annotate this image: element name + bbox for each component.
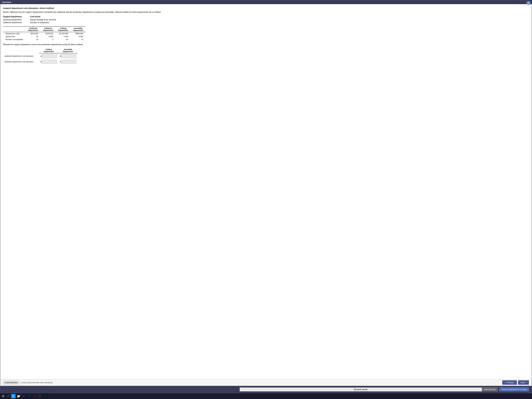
col-header-assembly: AssemblyDepartment: [71, 26, 86, 32]
bottom-bar: Check My Work 0 more Check My Work uses …: [0, 379, 532, 386]
taskbar-edge-icon[interactable]: e: [11, 394, 16, 398]
cell-caf-emp: 3: [41, 38, 56, 41]
table-row: Department costs $310,000 $169,000 $1,50…: [3, 32, 86, 35]
cafeteria-dept-label: Cafeteria Department: [3, 21, 30, 24]
cell-asm-cost: $680,000: [71, 32, 86, 35]
next-button[interactable]: Next ›: [518, 380, 529, 385]
janitorial-assembly-input[interactable]: [61, 54, 76, 58]
alloc-col-cutting: CuttingDepartment: [39, 48, 58, 53]
previous-button[interactable]: ‹ Previous: [502, 380, 517, 385]
next-label: Next: [521, 381, 525, 384]
col-header-janitorial: JanitorialDepartment: [26, 26, 41, 32]
chevron-right-icon: ›: [526, 381, 526, 384]
row-label-dept-costs: Department costs: [3, 32, 26, 35]
row-label-sqft: Square feet: [3, 35, 26, 38]
windows-start-icon[interactable]: ⊞: [1, 394, 5, 398]
dollar-sign-caf-asm: $: [60, 61, 61, 63]
cell-asm-sqft: 4,000: [71, 35, 86, 38]
cafeteria-alloc-label: Cafeteria Department cost allocation: [3, 59, 39, 64]
janitorial-dept-label: Janitorial Department: [3, 18, 30, 21]
page-title: Support department cost allocation—direc…: [3, 7, 528, 9]
col-header-cafeteria: CafeteriaDepartment: [41, 26, 56, 32]
janitorial-assembly-cell: $: [58, 53, 78, 59]
cafeteria-driver: Number of employees: [30, 21, 64, 24]
support-dept-header: Support Department: [3, 16, 30, 18]
table-row: Cafeteria Department cost allocation $ $: [3, 59, 78, 64]
data-table: JanitorialDepartment CafeteriaDepartment…: [3, 26, 86, 41]
instruction-text: Allocate the support department costs to…: [3, 43, 528, 46]
janitorial-driver: Square footage to be serviced: [30, 18, 64, 21]
allocation-table: CuttingDepartment AssemblyDepartment Jan…: [3, 48, 78, 64]
cell-jan-emp: 10: [26, 38, 41, 41]
check-work-button[interactable]: Check My Work: [3, 381, 19, 385]
taskbar-folder-icon[interactable]: 📁: [16, 394, 21, 398]
col-header-cutting: CuttingDepartment: [56, 26, 71, 32]
cost-driver-header: Cost Driver: [30, 16, 64, 18]
table-row: Number of employees 10 3 30 10: [3, 38, 86, 41]
cafeteria-assembly-input[interactable]: [61, 60, 76, 63]
cafeteria-cutting-input[interactable]: [42, 60, 57, 63]
taskbar-grid-icon[interactable]: ⌝: [27, 394, 31, 398]
cell-jan-cost: $310,000: [26, 32, 41, 35]
cell-caf-sqft: 5,000: [41, 35, 56, 38]
top-bar: Calculator ?: [0, 0, 532, 4]
taskbar-mail-icon[interactable]: ✉: [22, 394, 26, 398]
taskbar: ⊞ ☍ e 📁 ✉ ⌝ N ◯: [0, 393, 532, 399]
dollar-sign-jan-asm: $: [60, 55, 61, 57]
all-work-saved: All work saved.: [240, 387, 482, 391]
submit-button[interactable]: Submit Assignment for Grading: [499, 387, 529, 392]
check-work-status: 0 more Check My Work uses remaining.: [21, 381, 53, 384]
main-window: Calculator ? Support department cost all…: [0, 0, 532, 393]
taskbar-chrome-icon[interactable]: ◯: [38, 394, 42, 398]
list-item: Janitorial Department Square footage to …: [3, 18, 64, 21]
intro-text: Becker Tabletops has two support departm…: [3, 11, 528, 13]
table-row: Square feet 50 5,000 1,000 4,000: [3, 35, 86, 38]
nav-buttons: ‹ Previous Next ›: [502, 380, 529, 385]
cell-cut-cost: $1,504,000: [56, 32, 71, 35]
janitorial-cutting-input[interactable]: [42, 54, 57, 58]
taskbar-search-icon[interactable]: ☍: [6, 394, 10, 398]
table-row: Janitorial Department cost allocation $ …: [3, 53, 78, 59]
content-area: Support department cost allocation—direc…: [0, 4, 532, 379]
cafeteria-assembly-cell: $: [58, 59, 78, 64]
save-exit-button[interactable]: Save and Exit: [482, 387, 498, 392]
chevron-left-icon: ‹: [505, 381, 506, 384]
cell-cut-emp: 30: [56, 38, 71, 41]
footer-buttons: Save and Exit Submit Assignment for Grad…: [482, 387, 529, 392]
footer-bar: All work saved. Save and Exit Submit Ass…: [0, 386, 532, 393]
cell-cut-sqft: 1,000: [56, 35, 71, 38]
cafeteria-cutting-cell: $: [39, 59, 58, 64]
janitorial-alloc-label: Janitorial Department cost allocation: [3, 53, 39, 59]
cell-caf-cost: $169,000: [41, 32, 56, 35]
row-label-employees: Number of employees: [3, 38, 26, 41]
janitorial-cutting-cell: $: [39, 53, 58, 59]
cell-jan-sqft: 50: [26, 35, 41, 38]
help-button[interactable]: ?: [526, 1, 530, 5]
check-work-section: Check My Work 0 more Check My Work uses …: [3, 381, 53, 385]
app-title: Calculator: [2, 1, 11, 3]
cell-asm-emp: 10: [71, 38, 86, 41]
alloc-col-assembly: AssemblyDepartment: [58, 48, 78, 53]
previous-label: Previous: [507, 381, 514, 384]
dollar-sign-caf-cut: $: [40, 61, 41, 63]
dollar-sign-jan-cut: $: [40, 55, 41, 57]
support-dept-table: Support Department Cost Driver Janitoria…: [3, 16, 64, 24]
list-item: Cafeteria Department Number of employees: [3, 21, 64, 24]
taskbar-netflix-icon[interactable]: N: [32, 394, 37, 398]
